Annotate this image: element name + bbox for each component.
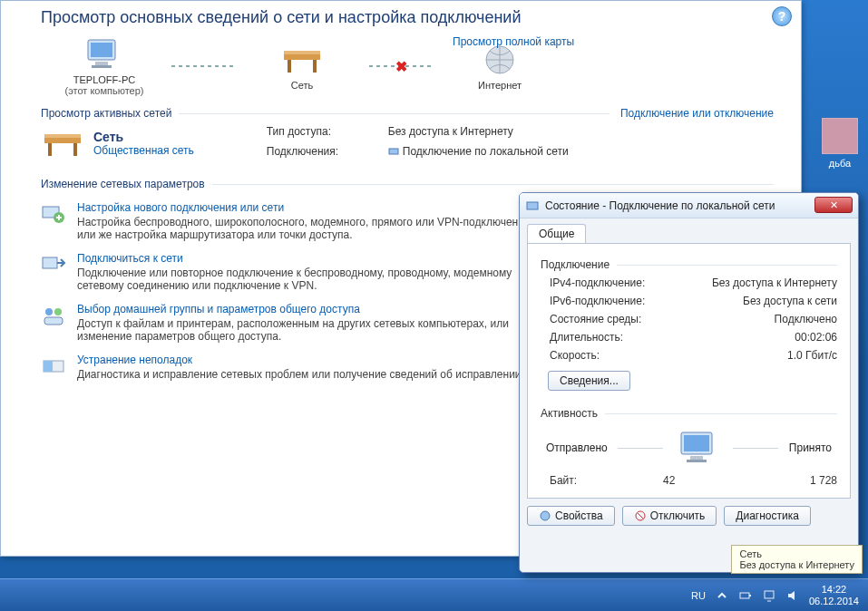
svg-rect-11	[48, 143, 52, 156]
svg-rect-31	[765, 591, 774, 598]
opt-connect-network[interactable]: Подключиться к сети	[77, 252, 183, 265]
svg-rect-24	[684, 435, 709, 451]
diagnose-button[interactable]: Диагностика	[724, 506, 811, 526]
broken-x-icon: ✖	[395, 58, 407, 75]
close-button[interactable]: ✕	[814, 197, 853, 213]
svg-rect-29	[740, 593, 749, 598]
node-net-label: Сеть	[291, 80, 313, 91]
bytes-recv-value: 1 728	[726, 474, 838, 487]
access-type-key: Тип доступа:	[267, 125, 375, 141]
nic-icon	[525, 199, 540, 213]
svg-rect-1	[91, 43, 112, 57]
media-key: Состояние среды:	[541, 313, 677, 325]
desktop-shortcut[interactable]: дьба	[817, 118, 863, 169]
network-tooltip: Сеть Без доступа к Интернету	[731, 545, 863, 574]
svg-rect-25	[690, 456, 703, 460]
ipv4-key: IPv4-подключение:	[541, 276, 677, 289]
details-button[interactable]: Сведения...	[548, 371, 630, 391]
opt-homegroup-desc: Доступ к файлам и принтерам, расположенн…	[77, 317, 549, 343]
view-full-map-link[interactable]: Просмотр полной карты	[453, 35, 574, 48]
tab-pane-general: Подключение IPv4-подключение:Без доступа…	[527, 243, 851, 499]
speed-key: Скорость:	[541, 349, 677, 362]
system-tray: RU 14:22 06.12.2014	[691, 584, 868, 606]
tray-network-icon[interactable]	[762, 588, 776, 603]
svg-rect-13	[389, 149, 398, 154]
tray-volume-icon[interactable]	[785, 588, 800, 603]
bytes-sent-value: 42	[613, 474, 726, 487]
svg-rect-4	[284, 54, 320, 60]
svg-point-17	[45, 308, 53, 315]
computer-icon	[83, 36, 126, 73]
network-map: TEPLOFF-PC (этот компьютер) Сеть ✖ Интер…	[41, 36, 774, 96]
activity-computer-icon	[674, 429, 723, 467]
opt-new-connection-desc: Настройка беспроводного, широкополосного…	[77, 216, 549, 241]
taskbar: RU 14:22 06.12.2014	[0, 578, 868, 611]
svg-rect-3	[92, 65, 112, 68]
svg-rect-2	[95, 62, 108, 65]
group-connection: Подключение	[541, 258, 610, 271]
node-internet: Интернет	[436, 42, 563, 91]
help-icon[interactable]: ?	[772, 6, 792, 26]
opt-troubleshoot-desc: Диагностика и исправление сетевых пробле…	[77, 368, 524, 381]
lan-status-dialog: Состояние - Подключение по локальной сет…	[519, 192, 859, 573]
tray-battery-icon[interactable]	[738, 588, 753, 603]
disable-icon	[634, 509, 647, 522]
opt-troubleshoot[interactable]: Устранение неполадок	[77, 354, 192, 366]
connect-network-icon	[41, 252, 66, 277]
svg-rect-6	[288, 60, 291, 73]
ipv6-key: IPv6-подключение:	[541, 295, 677, 307]
opt-connect-network-desc: Подключение или повторное подключение к …	[77, 267, 549, 292]
duration-key: Длительность:	[541, 331, 677, 344]
svg-rect-7	[313, 60, 317, 73]
node-this-pc: TEPLOFF-PC (этот компьютер)	[41, 36, 168, 96]
opt-homegroup[interactable]: Выбор домашней группы и параметров общег…	[77, 303, 360, 315]
tab-general[interactable]: Общие	[527, 224, 586, 243]
connection-link[interactable]: Подключение по локальной сети	[388, 145, 569, 161]
group-activity: Активность	[541, 407, 598, 420]
gear-icon	[539, 509, 551, 522]
bytes-key: Байт:	[541, 474, 613, 487]
node-internet-label: Интернет	[478, 80, 522, 91]
properties-button[interactable]: Свойства	[527, 506, 615, 526]
tray-clock[interactable]: 14:22 06.12.2014	[809, 584, 859, 606]
tooltip-line1: Сеть	[739, 548, 854, 559]
access-type-value: Без доступа к Интернету	[388, 125, 569, 141]
svg-point-18	[54, 308, 62, 315]
clock-date: 06.12.2014	[809, 596, 859, 607]
svg-rect-30	[749, 595, 751, 596]
tray-chevron-up-icon[interactable]	[715, 588, 729, 603]
troubleshoot-icon	[41, 354, 66, 379]
svg-rect-12	[73, 143, 77, 156]
dialog-title-text: Состояние - Подключение по локальной сет…	[545, 199, 775, 212]
svg-rect-21	[44, 361, 53, 372]
bench-icon	[41, 125, 84, 161]
map-link-broken: ✖	[369, 65, 433, 67]
bench-icon	[280, 42, 324, 78]
opt-new-connection[interactable]: Настройка нового подключения или сети	[77, 201, 284, 214]
tooltip-line2: Без доступа к Интернету	[739, 559, 854, 570]
svg-point-27	[541, 511, 550, 520]
sent-label: Отправлено	[546, 441, 608, 454]
shortcut-label: дьба	[817, 158, 863, 169]
page-title: Просмотр основных сведений о сети и наст…	[41, 8, 774, 27]
tray-language[interactable]: RU	[691, 590, 706, 601]
svg-rect-16	[43, 257, 57, 268]
homegroup-icon	[41, 303, 66, 328]
svg-rect-9	[44, 138, 81, 143]
connections-key: Подключения:	[267, 145, 375, 161]
network-type-link[interactable]: Общественная сеть	[93, 144, 194, 157]
svg-rect-10	[44, 134, 81, 138]
disable-button[interactable]: Отключить	[622, 506, 717, 526]
node-pc-sublabel: (этот компьютер)	[64, 85, 143, 96]
speed-value: 1.0 Гбит/с	[677, 349, 837, 362]
connect-disconnect-link[interactable]: Подключение или отключение	[620, 107, 774, 120]
clock-time: 14:22	[809, 584, 859, 596]
network-name: Сеть	[93, 130, 194, 144]
duration-value: 00:02:06	[677, 331, 837, 344]
new-connection-icon	[41, 201, 66, 227]
map-link-ok	[171, 65, 235, 67]
active-network-block: Сеть Общественная сеть	[41, 125, 194, 161]
svg-rect-22	[527, 202, 538, 209]
dialog-titlebar[interactable]: Состояние - Подключение по локальной сет…	[520, 193, 858, 218]
svg-rect-19	[44, 317, 63, 325]
